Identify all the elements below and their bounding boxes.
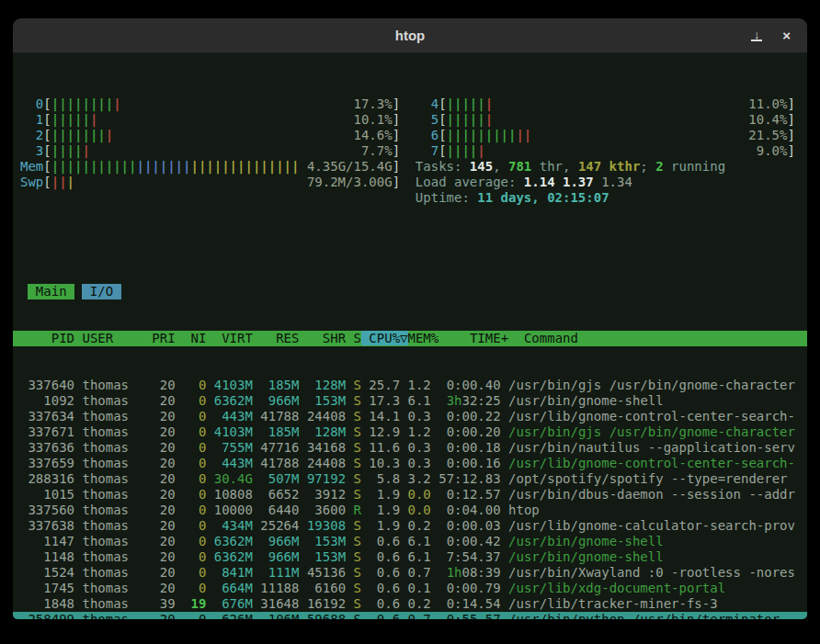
meter-row: 3[||||| 7.7%] 7[||||| 9.0%] [13, 143, 807, 159]
process-row[interactable]: 337659 thomas 20 0 443M 41788 24408 S 10… [13, 456, 807, 471]
tab-bar: MainI/O [13, 284, 807, 299]
cpu-meter-3: 3[||||| 7.7%] [20, 143, 400, 159]
column-header-mem[interactable]: MEM% [408, 331, 439, 345]
load-average: Load average: 1.14 1.37 1.34 [416, 175, 632, 189]
process-row[interactable]: 1092 thomas 20 0 6362M 966M 153M S 17.3 … [13, 393, 807, 409]
terminal-content: 0[||||||||| 17.3%] 4[|||||| 11.0%] 1[|||… [13, 53, 807, 619]
title-bar[interactable]: htop ↓ × [13, 18, 807, 53]
process-row[interactable]: 1524 thomas 20 0 841M 111M 45136 S 0.6 0… [13, 565, 807, 581]
process-row[interactable]: 1147 thomas 20 0 6362M 966M 153M S 0.6 6… [13, 534, 807, 549]
process-row[interactable]: 288316 thomas 20 0 30.4G 507M 97192 S 5.… [13, 471, 807, 487]
cpu-meter-7: 7[||||| 9.0%] [416, 143, 795, 159]
column-header-shr[interactable]: SHR [299, 331, 346, 345]
process-row[interactable]: 1745 thomas 20 0 664M 11188 6160 S 0.6 0… [13, 581, 807, 596]
desktop: htop ↓ × 0[||||||||| 17.3%] 4[|||||| 11.… [0, 0, 820, 644]
process-row[interactable]: 337671 thomas 20 0 4103M 185M 128M S 12.… [13, 424, 807, 440]
process-row[interactable]: 1015 thomas 20 0 10808 6652 3912 S 1.9 0… [13, 487, 807, 503]
column-header-command[interactable]: Command [508, 331, 578, 345]
meter-row: Swp[||| 79.2M/3.00G] Load average: 1.14 … [13, 175, 807, 190]
meter-row: Uptime: 11 days, 02:15:07 [13, 190, 807, 206]
blank-line [13, 237, 807, 253]
terminal-window: htop ↓ × 0[||||||||| 17.3%] 4[|||||| 11.… [13, 18, 807, 619]
meter-row: 1[|||||| 10.1%] 5[|||||| 10.4%] [13, 112, 807, 128]
uptime: Uptime: 11 days, 02:15:07 [416, 190, 609, 205]
cpu-meter-5: 5[|||||| 10.4%] [416, 112, 795, 128]
download-icon[interactable]: ↓ [751, 29, 762, 41]
cpu-meter-0: 0[||||||||| 17.3%] [20, 96, 400, 112]
column-header-user[interactable]: USER [82, 331, 152, 345]
meter-row: 0[||||||||| 17.3%] 4[|||||| 11.0%] [13, 96, 807, 112]
column-header-time[interactable]: TIME+ [438, 331, 508, 345]
close-icon[interactable]: × [782, 29, 791, 42]
meters-section: 0[||||||||| 17.3%] 4[|||||| 11.0%] 1[|||… [13, 96, 807, 206]
column-header-pri[interactable]: PRI [152, 331, 175, 345]
column-header-cpu[interactable]: CPU%▽ [361, 331, 408, 345]
window-title: htop [395, 28, 425, 43]
memory-meter: Mem[|||||||||||||||||||||||||||||||| 4.3… [20, 159, 400, 175]
tasks-summary: Tasks: 145, 781 thr, 147 kthr; 2 running [416, 159, 725, 174]
column-header-pid[interactable]: PID [20, 331, 74, 345]
column-header-virt[interactable]: VIRT [206, 331, 253, 345]
table-header: PID USER PRI NI VIRT RES SHR S CPU%▽MEM%… [13, 331, 807, 346]
process-row[interactable]: 1148 thomas 20 0 6362M 966M 153M S 0.6 6… [13, 549, 807, 565]
process-row[interactable]: 337560 thomas 20 0 10000 6440 3600 R 1.9… [13, 503, 807, 518]
column-header-state[interactable]: S [346, 331, 361, 345]
column-header-ni[interactable]: NI [176, 331, 207, 345]
tab-main[interactable]: Main [28, 284, 74, 299]
column-header-res[interactable]: RES [253, 331, 300, 345]
meter-row: 2[|||||||| 14.6%] 6[||||||||||| 21.5%] [13, 128, 807, 143]
process-table: 337640 thomas 20 0 4103M 185M 128M S 25.… [13, 378, 807, 619]
process-row[interactable]: 337638 thomas 20 0 434M 25264 19308 S 1.… [13, 518, 807, 534]
process-row[interactable]: 337634 thomas 20 0 443M 41788 24408 S 14… [13, 409, 807, 424]
process-row[interactable]: 337640 thomas 20 0 4103M 185M 128M S 25.… [13, 378, 807, 393]
swap-meter: Swp[||| 79.2M/3.00G] [20, 175, 400, 190]
tab-io[interactable]: I/O [82, 284, 120, 299]
meter-row: Mem[|||||||||||||||||||||||||||||||| 4.3… [13, 159, 807, 175]
cpu-meter-2: 2[|||||||| 14.6%] [20, 128, 400, 143]
process-row[interactable]: 1848 thomas 39 19 676M 31648 16192 S 0.6… [13, 596, 807, 612]
cpu-meter-6: 6[||||||||||| 21.5%] [416, 128, 795, 143]
cpu-meter-1: 1[|||||| 10.1%] [20, 112, 400, 128]
cpu-meter-4: 4[|||||| 11.0%] [416, 96, 795, 112]
process-row[interactable]: 337636 thomas 20 0 755M 47716 34168 S 11… [13, 440, 807, 456]
process-row[interactable]: 258499 thomas 20 0 626M 106M 59688 S 0.6… [13, 612, 807, 619]
